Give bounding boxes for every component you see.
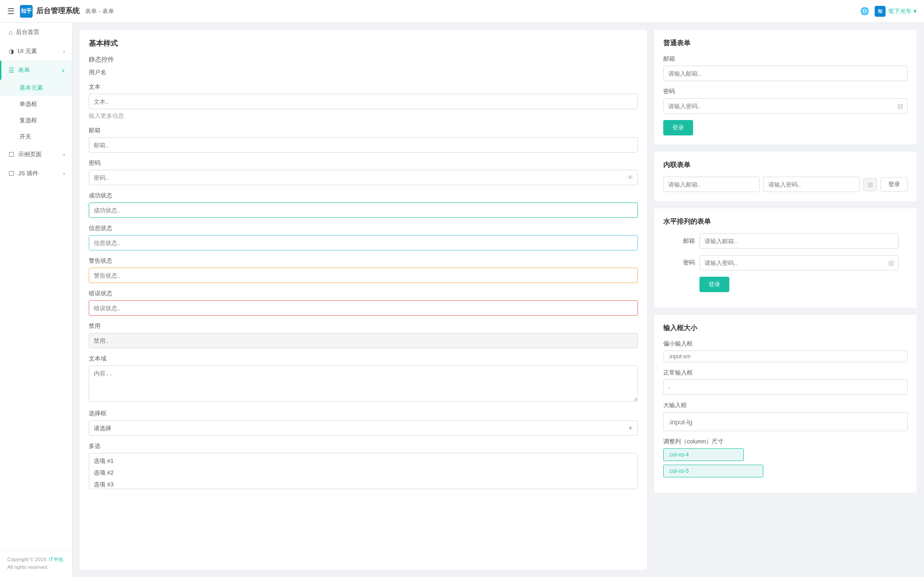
success-input[interactable] <box>89 202 638 218</box>
avatar: 知 <box>875 6 886 17</box>
eye-icon[interactable]: 👁 <box>627 174 633 181</box>
error-input[interactable] <box>89 300 638 316</box>
warning-input[interactable] <box>89 268 638 283</box>
sidebar: ⌂ 后台首页 ◑ UI 元素 › ☰ 表单 ∨ 基本元素 单选框 复选框 <box>0 23 72 577</box>
hf-eye-icon[interactable]: ▤ <box>888 259 894 266</box>
hf-password-row: 密码 ▤ <box>672 255 899 270</box>
nf-email-input[interactable] <box>663 66 908 81</box>
is-small-group: 偏小输入框 <box>663 340 908 362</box>
multiselect-input[interactable]: 选项 #1 选项 #2 选项 #3 选项 #4 <box>89 453 638 489</box>
chevron-right-icon: › <box>63 49 65 54</box>
info-input[interactable] <box>89 235 638 250</box>
if-submit-button[interactable]: 登录 <box>881 177 908 192</box>
footer-link[interactable]: IT书包 <box>49 557 63 562</box>
input-sizes-title: 输入框大小 <box>663 324 908 332</box>
col-xs-4-row: .col-xs-4 <box>663 448 908 461</box>
sidebar-sub-item-select[interactable]: 单选框 <box>0 96 72 112</box>
hf-submit-row: 登录 <box>672 277 899 292</box>
password-label: 密码 <box>89 159 638 167</box>
sidebar-sub-select-label: 单选框 <box>19 101 37 107</box>
warning-label: 警告状态 <box>89 257 638 265</box>
is-normal-input[interactable] <box>663 380 908 395</box>
js-icon: ☐ <box>9 170 14 177</box>
hf-email-input-wrap <box>699 233 899 249</box>
select-input[interactable]: 请选择 <box>89 420 638 436</box>
is-normal-group: 正常输入框 <box>663 369 908 395</box>
hf-submit-button[interactable]: 登录 <box>699 277 729 292</box>
horizontal-form-card: 水平排列的表单 邮箱 密码 ▤ <box>654 208 917 308</box>
if-password-input[interactable] <box>763 177 860 192</box>
home-icon: ⌂ <box>9 29 12 36</box>
sidebar-sub-item-switch[interactable]: 开关 <box>0 129 72 145</box>
user-avatar-area[interactable]: 知 笔下光年 ▾ <box>875 6 917 17</box>
text-label: 文本 <box>89 83 638 91</box>
sidebar-item-home[interactable]: ⌂ 后台首页 <box>0 23 72 42</box>
sidebar-item-example-label: 示例页面 <box>18 150 42 159</box>
chevron-right-icon3: › <box>63 171 65 176</box>
hf-email-input[interactable] <box>699 233 899 249</box>
email-input[interactable] <box>89 137 638 153</box>
nf-submit-button[interactable]: 登录 <box>663 120 693 135</box>
sidebar-sub-switch-label: 开关 <box>19 133 31 140</box>
nf-email-group: 邮箱 <box>663 55 908 81</box>
sidebar-item-example[interactable]: ☐ 示例页面 › <box>0 145 72 164</box>
nf-eye-icon[interactable]: ▤ <box>897 102 903 110</box>
success-label: 成功状态 <box>89 192 638 200</box>
sidebar-item-js[interactable]: ☐ JS 插件 › <box>0 164 72 183</box>
header: ☰ 知乎 后台管理系统 表单 - 表单 🌐 知 笔下光年 ▾ <box>0 0 924 23</box>
hf-email-row: 邮箱 <box>672 233 899 249</box>
nf-password-label: 密码 <box>663 87 908 96</box>
is-large-label: 大输入框 <box>663 401 908 409</box>
textarea-group: 文本域 <box>89 355 638 403</box>
globe-icon[interactable]: 🌐 <box>860 7 869 15</box>
password-input[interactable] <box>89 170 638 185</box>
if-email-input[interactable] <box>663 177 760 192</box>
nf-password-wrap: ▤ <box>663 98 908 114</box>
input-sizes-card: 输入框大小 偏小输入框 正常输入框 大输入框 调整列（column）尺寸 .c <box>654 315 917 493</box>
sidebar-sub-item-multi[interactable]: 复选框 <box>0 112 72 129</box>
form-icon: ☰ <box>9 67 14 74</box>
password-group: 密码 👁 <box>89 159 638 185</box>
user-name: 笔下光年 ▾ <box>888 7 917 15</box>
sidebar-sub-item-basic[interactable]: 基本元素 <box>0 80 72 96</box>
is-large-input[interactable] <box>663 412 908 431</box>
list-item[interactable]: 选项 #3 <box>89 479 637 489</box>
col-xs-5-box: .col-xs-5 <box>663 465 763 477</box>
main-content: 基本样式 静态控件 用户名 文本 输入更多信息 邮箱 密码 <box>72 23 924 577</box>
breadcrumb: 表单 - 表单 <box>85 7 114 15</box>
text-group: 文本 输入更多信息 <box>89 83 638 120</box>
sidebar-item-form[interactable]: ☰ 表单 ∨ <box>0 61 72 80</box>
sidebar-item-home-label: 后台首页 <box>16 28 39 36</box>
sidebar-item-form-label: 表单 <box>18 66 30 74</box>
nf-password-input[interactable] <box>663 98 908 114</box>
is-small-input[interactable] <box>663 351 908 362</box>
password-input-wrap: 👁 <box>89 170 638 185</box>
textarea-input[interactable] <box>89 365 638 402</box>
horizontal-form-title: 水平排列的表单 <box>663 217 908 226</box>
header-right: 🌐 知 笔下光年 ▾ <box>860 6 917 17</box>
sidebar-item-js-label: JS 插件 <box>18 169 38 178</box>
is-col-group: 调整列（column）尺寸 .col-xs-4 .col-xs-5 <box>663 438 908 477</box>
list-item[interactable]: 选项 #1 <box>89 455 637 467</box>
menu-toggle-icon[interactable]: ☰ <box>7 6 14 16</box>
list-item[interactable]: 选项 #2 <box>89 467 637 479</box>
text-input[interactable] <box>89 94 638 109</box>
logo-area: 知乎 后台管理系统 <box>20 5 80 18</box>
layout: ⌂ 后台首页 ◑ UI 元素 › ☰ 表单 ∨ 基本元素 单选框 复选框 <box>0 23 924 577</box>
horizontal-form: 邮箱 密码 ▤ 登录 <box>663 233 908 292</box>
disabled-group: 禁用 <box>89 322 638 348</box>
chevron-down-icon: ∨ <box>62 68 65 73</box>
left-panel: 基本样式 静态控件 用户名 文本 输入更多信息 邮箱 密码 <box>80 30 647 570</box>
is-normal-label: 正常输入框 <box>663 369 908 377</box>
sidebar-item-ui[interactable]: ◑ UI 元素 › <box>0 42 72 61</box>
inline-form-card: 内联表单 ▤ 登录 <box>654 152 917 201</box>
select-label: 选择框 <box>89 409 638 418</box>
footer-text2: All rights reserved. <box>7 564 48 570</box>
email-label: 邮箱 <box>89 126 638 135</box>
logo-icon: 知乎 <box>20 5 33 18</box>
sidebar-nav: ⌂ 后台首页 ◑ UI 元素 › ☰ 表单 ∨ 基本元素 单选框 复选框 <box>0 23 72 550</box>
right-panel: 普通表单 邮箱 密码 ▤ 登录 内联表单 <box>654 30 917 570</box>
info-label: 信息状态 <box>89 224 638 232</box>
if-eye-icon[interactable]: ▤ <box>863 178 877 191</box>
hf-password-input[interactable] <box>699 255 899 270</box>
